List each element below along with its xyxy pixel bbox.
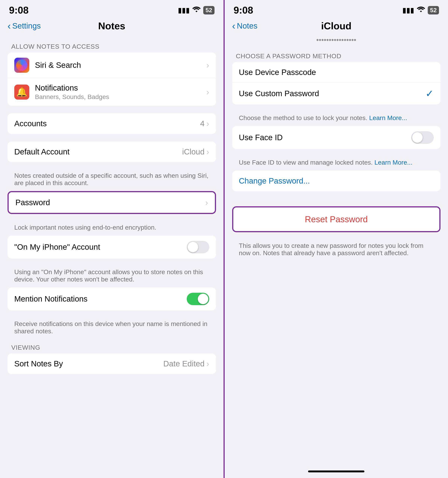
siri-chevron: › [206, 61, 209, 70]
on-my-iphone-toggle-knob [188, 242, 198, 252]
notifications-title: Notifications [35, 83, 206, 92]
use-device-passcode-text: Use Device Passcode [239, 68, 434, 77]
on-my-iphone-title: "On My iPhone" Account [14, 243, 187, 252]
on-my-iphone-row[interactable]: "On My iPhone" Account [7, 236, 216, 258]
change-password-text: Change Password... [239, 176, 434, 185]
password-method-learn-more[interactable]: Learn More... [369, 114, 407, 121]
password-method-footer: Choose the method to use to lock your no… [232, 112, 441, 126]
back-label-left: Settings [12, 21, 41, 31]
reset-password-row[interactable]: Reset Password [233, 208, 440, 231]
face-id-learn-more[interactable]: Learn More... [374, 159, 412, 166]
default-account-value: iCloud [182, 147, 205, 156]
on-my-iphone-text: "On My iPhone" Account [14, 243, 187, 252]
face-id-toggle-knob [412, 132, 423, 143]
sort-notes-row[interactable]: Sort Notes By Date Edited › [7, 353, 216, 374]
left-content: ALLOW NOTES TO ACCESS Siri & Search › 🔔 … [0, 35, 224, 478]
on-my-iphone-card: "On My iPhone" Account [7, 236, 216, 258]
password-card: Password › [9, 192, 215, 213]
face-id-card: Use Face ID [232, 126, 441, 149]
face-id-row[interactable]: Use Face ID [232, 126, 441, 149]
left-phone-panel: 9:08 ▮▮▮ 52 ‹ Settings Notes ALLOW NOTES… [0, 0, 225, 478]
password-text: Password [15, 198, 205, 207]
back-button-left[interactable]: ‹ Settings [7, 21, 41, 31]
use-custom-password-title: Use Custom Password [239, 89, 426, 98]
sort-notes-value: Date Edited [163, 359, 204, 368]
section-viewing: VIEWING [7, 339, 216, 353]
nav-subtitle-right: •••••••••••••••• [225, 35, 448, 44]
time-right: 9:08 [234, 5, 253, 16]
password-row[interactable]: Password › [9, 192, 215, 213]
use-custom-password-row[interactable]: Use Custom Password ✓ [232, 83, 441, 104]
password-method-footer-text: Choose the method to use to lock your no… [239, 114, 367, 121]
password-chevron: › [205, 198, 208, 207]
back-button-right[interactable]: ‹ Notes [232, 21, 258, 31]
mention-notifications-row[interactable]: Mention Notifications [7, 288, 216, 310]
on-my-iphone-toggle[interactable] [187, 241, 209, 253]
status-bar-left: 9:08 ▮▮▮ 52 [0, 0, 224, 17]
wifi-icon-left [192, 6, 201, 15]
bell-icon: 🔔 [16, 87, 27, 97]
face-id-footer-text: Use Face ID to view and manage locked no… [239, 159, 373, 166]
password-method-card: Use Device Passcode Use Custom Password … [232, 62, 441, 104]
change-password-row[interactable]: Change Password... [232, 171, 441, 191]
mention-notifications-title: Mention Notifications [14, 295, 187, 303]
notifications-icon: 🔔 [14, 85, 29, 100]
siri-icon [14, 58, 29, 73]
password-title: Password [15, 198, 205, 207]
home-indicator-right [308, 471, 364, 472]
right-content: CHOOSE A PASSWORD METHOD Use Device Pass… [225, 44, 448, 467]
accounts-title: Accounts [14, 119, 200, 128]
face-id-toggle[interactable] [411, 131, 434, 144]
mention-notifications-text: Mention Notifications [14, 295, 187, 303]
signal-icon-right: ▮▮▮ [402, 6, 414, 14]
status-icons-left: ▮▮▮ 52 [178, 6, 215, 15]
default-account-chevron: › [206, 147, 209, 157]
notifications-chevron: › [206, 87, 209, 97]
default-account-text: Default Account [14, 147, 182, 156]
accounts-row[interactable]: Accounts 4 › [7, 113, 216, 134]
sort-notes-title: Sort Notes By [14, 359, 163, 368]
sort-notes-card: Sort Notes By Date Edited › [7, 353, 216, 374]
password-footer: Lock important notes using end-to-end en… [7, 221, 216, 236]
section-choose-password: CHOOSE A PASSWORD METHOD [232, 48, 441, 62]
spacer [232, 199, 441, 206]
default-account-row[interactable]: Default Account iCloud › [7, 141, 216, 162]
reset-password-label: Reset Password [305, 214, 368, 224]
default-account-card: Default Account iCloud › [7, 141, 216, 162]
default-account-footer: Notes created outside of a specific acco… [7, 170, 216, 191]
reset-password-highlight-box: Reset Password [232, 206, 441, 232]
status-icons-right: ▮▮▮ 52 [402, 6, 439, 15]
battery-icon-left: 52 [203, 6, 215, 14]
status-bar-right: 9:08 ▮▮▮ 52 [225, 0, 448, 17]
notifications-subtitle: Banners, Sounds, Badges [35, 93, 206, 101]
back-label-right: Notes [237, 21, 258, 31]
on-my-iphone-footer: Using an "On My iPhone" account allows y… [7, 266, 216, 288]
accounts-value: 4 [200, 119, 204, 128]
face-id-text: Use Face ID [239, 133, 411, 142]
siri-title: Siri & Search [35, 61, 206, 70]
change-password-title: Change Password... [239, 176, 434, 185]
allow-access-card: Siri & Search › 🔔 Notifications Banners,… [7, 52, 216, 106]
siri-search-row[interactable]: Siri & Search › [7, 52, 216, 78]
mention-notifications-card: Mention Notifications [7, 288, 216, 310]
default-account-title: Default Account [14, 147, 182, 156]
notifications-row[interactable]: 🔔 Notifications Banners, Sounds, Badges … [7, 78, 216, 106]
nav-bar-right: ‹ Notes iCloud [225, 17, 448, 35]
sort-notes-text: Sort Notes By [14, 359, 163, 368]
siri-text: Siri & Search [35, 61, 206, 70]
back-chevron-left: ‹ [7, 21, 11, 31]
signal-icon-left: ▮▮▮ [178, 6, 190, 14]
use-device-passcode-title: Use Device Passcode [239, 68, 434, 77]
right-phone-panel: 9:08 ▮▮▮ 52 ‹ Notes iCloud •••••••••••••… [225, 0, 448, 478]
notifications-text: Notifications Banners, Sounds, Badges [35, 83, 206, 101]
section-allow-access: ALLOW NOTES TO ACCESS [7, 38, 216, 52]
face-id-title: Use Face ID [239, 133, 411, 142]
mention-notifications-toggle[interactable] [187, 293, 209, 305]
change-password-card: Change Password... [232, 171, 441, 191]
accounts-text: Accounts [14, 119, 200, 128]
use-custom-password-text: Use Custom Password [239, 89, 426, 98]
use-device-passcode-row[interactable]: Use Device Passcode [232, 62, 441, 83]
wifi-icon-right [417, 6, 425, 15]
back-chevron-right: ‹ [232, 21, 235, 31]
battery-icon-right: 52 [428, 6, 439, 14]
